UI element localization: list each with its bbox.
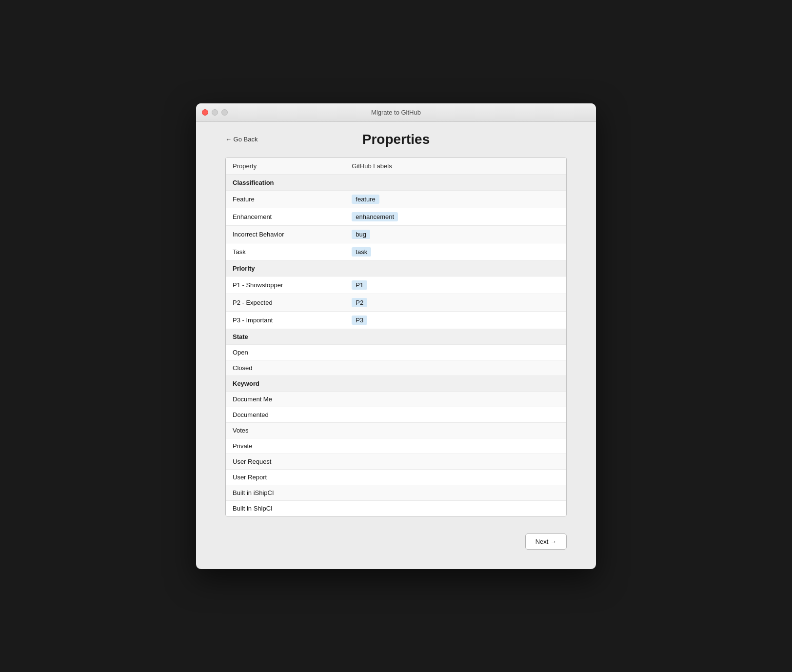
property-enhancement: Enhancement — [226, 208, 345, 225]
label-cell-votes — [345, 422, 566, 438]
next-button[interactable]: Next → — [525, 534, 567, 550]
close-button[interactable] — [202, 109, 208, 116]
property-user-report: User Report — [226, 469, 345, 485]
badge-task: task — [352, 247, 371, 257]
table-row: User Request — [226, 454, 566, 469]
property-task: Task — [226, 243, 345, 260]
table-row: Enhancement enhancement — [226, 208, 566, 225]
label-cell-open — [345, 344, 566, 360]
property-incorrect-behavior: Incorrect Behavior — [226, 225, 345, 243]
label-cell-user-request — [345, 454, 566, 469]
main-content: ← Go Back Properties Property GitHub Lab… — [196, 122, 596, 569]
label-cell-documented — [345, 407, 566, 422]
app-window: Migrate to GitHub ← Go Back Properties P… — [196, 103, 596, 569]
table-header-row: Property GitHub Labels — [226, 158, 566, 175]
label-cell-private — [345, 438, 566, 454]
table-row: Built in iShipCI — [226, 485, 566, 500]
label-cell-document-me — [345, 391, 566, 407]
section-label: Classification — [226, 175, 566, 190]
label-cell-enhancement: enhancement — [345, 208, 566, 225]
property-private: Private — [226, 438, 345, 454]
section-label: Keyword — [226, 376, 566, 391]
window-title: Migrate to GitHub — [371, 109, 421, 116]
table-row: P3 - Important P3 — [226, 311, 566, 329]
property-documented: Documented — [226, 407, 345, 422]
label-cell-bug: bug — [345, 225, 566, 243]
properties-table-container: Property GitHub Labels Classification Fe… — [225, 157, 567, 516]
page-title: Properties — [362, 132, 430, 147]
footer-row: Next → — [225, 531, 567, 550]
table-row: Documented — [226, 407, 566, 422]
minimize-button[interactable] — [212, 109, 218, 116]
table-row: User Report — [226, 469, 566, 485]
property-document-me: Document Me — [226, 391, 345, 407]
property-built-shipci: Built in ShipCI — [226, 500, 345, 516]
section-label: Priority — [226, 260, 566, 276]
section-classification: Classification — [226, 175, 566, 190]
column-header-property: Property — [226, 158, 345, 175]
property-user-request: User Request — [226, 454, 345, 469]
traffic-lights — [202, 109, 228, 116]
table-row: P2 - Expected P2 — [226, 294, 566, 311]
property-p3: P3 - Important — [226, 311, 345, 329]
badge-bug: bug — [352, 230, 370, 239]
property-closed: Closed — [226, 360, 345, 376]
property-open: Open — [226, 344, 345, 360]
section-priority: Priority — [226, 260, 566, 276]
table-body: Classification Feature feature Enhanceme… — [226, 175, 566, 516]
property-feature: Feature — [226, 190, 345, 208]
property-p2: P2 - Expected — [226, 294, 345, 311]
label-cell-p1: P1 — [345, 276, 566, 294]
label-cell-feature: feature — [345, 190, 566, 208]
table-row: Document Me — [226, 391, 566, 407]
label-cell-built-ishipci — [345, 485, 566, 500]
badge-p1: P1 — [352, 280, 367, 290]
section-state: State — [226, 329, 566, 344]
table-row: Closed — [226, 360, 566, 376]
property-votes: Votes — [226, 422, 345, 438]
properties-table: Property GitHub Labels Classification Fe… — [226, 158, 566, 516]
property-p1: P1 - Showstopper — [226, 276, 345, 294]
table-row: P1 - Showstopper P1 — [226, 276, 566, 294]
maximize-button[interactable] — [221, 109, 228, 116]
section-label: State — [226, 329, 566, 344]
badge-p3: P3 — [352, 316, 367, 325]
table-row: Built in ShipCI — [226, 500, 566, 516]
table-header: Property GitHub Labels — [226, 158, 566, 175]
badge-p2: P2 — [352, 298, 367, 307]
header-row: ← Go Back Properties — [225, 132, 567, 147]
go-back-button[interactable]: ← Go Back — [225, 136, 257, 143]
section-keyword: Keyword — [226, 376, 566, 391]
open-label-input[interactable] — [352, 349, 559, 356]
label-cell-p3: P3 — [345, 311, 566, 329]
label-cell-task: task — [345, 243, 566, 260]
table-row: Votes — [226, 422, 566, 438]
table-row: Feature feature — [226, 190, 566, 208]
label-cell-p2: P2 — [345, 294, 566, 311]
titlebar: Migrate to GitHub — [196, 103, 596, 122]
label-cell-user-report — [345, 469, 566, 485]
table-row: Private — [226, 438, 566, 454]
badge-enhancement: enhancement — [352, 212, 398, 221]
input-container — [352, 349, 559, 356]
table-row: Incorrect Behavior bug — [226, 225, 566, 243]
label-cell-built-shipci — [345, 500, 566, 516]
column-header-labels: GitHub Labels — [345, 158, 566, 175]
table-row: Open — [226, 344, 566, 360]
label-cell-closed — [345, 360, 566, 376]
table-row: Task task — [226, 243, 566, 260]
property-built-ishipci: Built in iShipCI — [226, 485, 345, 500]
badge-feature: feature — [352, 195, 379, 204]
